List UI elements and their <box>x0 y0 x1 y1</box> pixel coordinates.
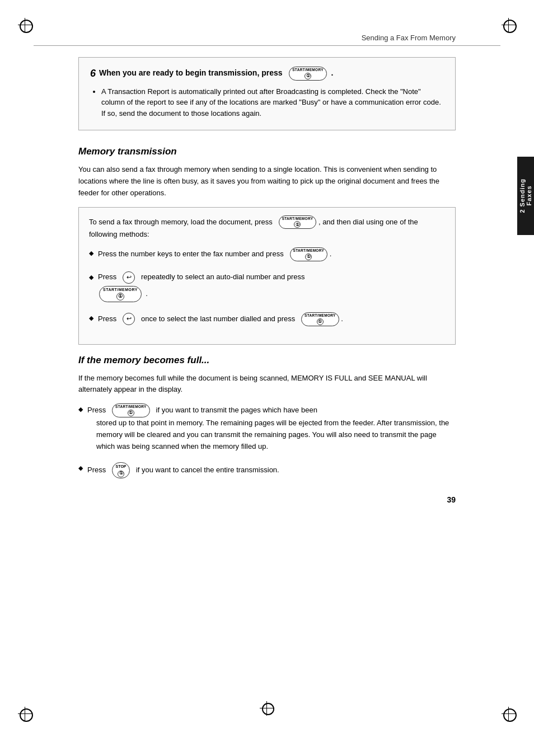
step6-heading: 6 When you are ready to begin transmissi… <box>90 67 444 81</box>
full-1-text-after: if you want to transmit the pages which … <box>156 406 317 414</box>
memory-transmission-info-box: To send a fax through memory, load the d… <box>78 207 456 345</box>
method-item-3: Press ↩ once to select the last number d… <box>89 312 445 326</box>
full-item-1: Press START/MEMORY ① if you want to tran… <box>78 403 456 452</box>
method-1-content: Press the number keys to enter the fax n… <box>98 247 331 261</box>
method-list: Press the number keys to enter the fax n… <box>89 247 445 326</box>
step6-box: 6 When you are ready to begin transmissi… <box>78 57 456 130</box>
method-2-text: Press ↩ repeatedly to select an auto-dia… <box>98 271 305 284</box>
start-memory-key-f1: START/MEMORY ① <box>112 403 150 417</box>
header-title: Sending a Fax From Memory <box>362 34 456 42</box>
reg-mark-bl <box>17 706 34 722</box>
method-3-text: Press ↩ once to select the last number d… <box>98 312 343 326</box>
reg-mark-tr <box>500 17 517 34</box>
memory-transmission-heading: Memory transmission <box>78 146 456 157</box>
method-item-2: Press ↩ repeatedly to select an auto-dia… <box>89 271 445 302</box>
page-header: Sending a Fax From Memory <box>34 34 500 46</box>
full-1-sub-text: stored up to that point in memory. The r… <box>96 417 456 452</box>
start-memory-key-info: START/MEMORY ① <box>279 215 317 229</box>
side-tab: 2 SendingFaxes <box>517 157 534 235</box>
bottom-center-reg-mark <box>259 700 275 717</box>
page: 2 SendingFaxes Sending a Fax From Memory… <box>0 0 534 756</box>
step-number: 6 <box>90 68 96 79</box>
page-number: 39 <box>0 495 500 504</box>
full-1-content: Press START/MEMORY ① if you want to tran… <box>87 403 456 452</box>
start-memory-key-b2-block: START/MEMORY ① <box>99 286 142 302</box>
reg-mark-br <box>500 706 517 722</box>
full-1-text: Press START/MEMORY ① if you want to tran… <box>87 403 456 417</box>
start-memory-key-b3: START/MEMORY ① <box>301 312 339 326</box>
method-item-1: Press the number keys to enter the fax n… <box>89 247 445 261</box>
start-memory-key-b1: START/MEMORY ① <box>290 247 328 261</box>
method-3-content: Press ↩ once to select the last number d… <box>98 312 343 326</box>
key-circle-step6: ① <box>305 73 311 79</box>
memory-transmission-body: You can also send a fax through memory w… <box>78 164 456 199</box>
arrow-btn-b3: ↩ <box>123 313 135 325</box>
step6-bullet-1: A Transaction Report is automatically pr… <box>101 86 444 119</box>
memory-full-list: Press START/MEMORY ① if you want to tran… <box>78 403 456 478</box>
memory-full-body: If the memory becomes full while the doc… <box>78 373 456 396</box>
method-1-text: Press the number keys to enter the fax n… <box>98 247 331 261</box>
key-label-step6: START/MEMORY <box>292 68 324 72</box>
start-memory-key-step6: START/MEMORY ① <box>289 67 327 81</box>
step6-text: When you are ready to begin transmission… <box>99 67 333 81</box>
step6-bullets: A Transaction Report is automatically pr… <box>90 86 444 119</box>
full-item-2: Press STOP ① if you want to cancel the e… <box>78 462 456 478</box>
info-box-text1: To send a fax through memory, load the d… <box>89 218 273 226</box>
memory-full-heading: If the memory becomes full... <box>78 355 456 366</box>
reg-mark-tl <box>17 17 34 34</box>
method-2-content: Press ↩ repeatedly to select an auto-dia… <box>98 271 305 302</box>
step6-bold-text: When you are ready to begin transmission… <box>99 68 284 77</box>
arrow-btn-b2: ↩ <box>123 271 135 284</box>
method-2-key-block: START/MEMORY ① . <box>99 286 305 302</box>
main-content: 6 When you are ready to begin transmissi… <box>34 57 500 478</box>
side-tab-text: 2 SendingFaxes <box>519 179 532 213</box>
full-2-text: Press STOP ① if you want to cancel the e… <box>87 462 279 478</box>
stop-key-f2: STOP ① <box>112 462 130 478</box>
